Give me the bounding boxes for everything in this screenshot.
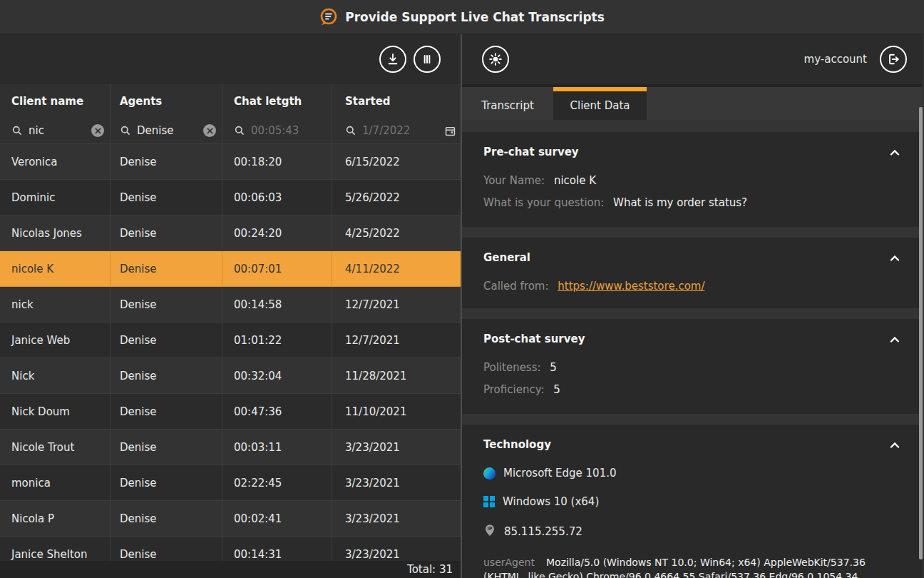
- close-icon: [207, 128, 213, 134]
- cell-started: 4/25/2022: [332, 216, 461, 251]
- cell-client-name: Nicolas Jones: [0, 216, 111, 251]
- table-row[interactable]: Janice Web Denise 01:01:22 12/7/2021: [0, 323, 461, 358]
- search-icon: [120, 125, 131, 136]
- cell-agent: Denise: [111, 501, 222, 537]
- table-row[interactable]: Janice Shelton Denise 00:14:31 3/23/2021: [0, 537, 461, 561]
- section-title: Pre-chat survey: [483, 146, 579, 158]
- cell-client-name: Nicola P: [0, 501, 111, 537]
- general-section: General Called from: https://www.beststo…: [462, 238, 923, 308]
- table-row[interactable]: Nicole Trout Denise 00:03:11 3/23/2021: [0, 430, 461, 465]
- clear-filter-button[interactable]: [91, 124, 104, 137]
- search-icon: [345, 125, 356, 136]
- agents-filter-input[interactable]: [137, 124, 203, 137]
- cell-chat-length: 00:24:20: [222, 216, 332, 251]
- cell-chat-length: 01:01:22: [222, 323, 332, 358]
- cell-agent: Denise: [111, 358, 222, 394]
- cell-started: 3/23/2021: [332, 537, 461, 561]
- column-header-chat-length[interactable]: Chat letgth: [222, 84, 332, 118]
- table-row[interactable]: Veronica Denise 00:18:20 6/15/2022: [0, 144, 461, 180]
- cell-started: 3/23/2021: [332, 501, 461, 537]
- cell-agent: Denise: [111, 144, 222, 180]
- field-proficiency: Proficiency: 5: [483, 383, 901, 396]
- called-from-link[interactable]: https://www.beststore.com/: [558, 280, 704, 293]
- cell-started: 3/23/2021: [332, 465, 461, 501]
- cell-agent: Denise: [111, 537, 222, 561]
- started-filter: [332, 118, 462, 143]
- cell-chat-length: 00:07:01: [222, 251, 332, 287]
- ip-info: IP 85.115.255.72: [483, 524, 901, 539]
- column-header-started[interactable]: Started: [332, 84, 462, 118]
- download-button[interactable]: [379, 46, 406, 73]
- agents-filter: [111, 118, 222, 143]
- cell-client-name: Janice Shelton: [0, 537, 111, 561]
- close-icon: [95, 128, 101, 134]
- transcripts-list-pane: Client name Agents Chat letgth Started: [0, 34, 462, 578]
- chat-length-filter-input[interactable]: [251, 124, 326, 137]
- cell-client-name: nick: [0, 287, 111, 323]
- client-data-content: Pre-chat survey Your Name: nicole K What…: [462, 120, 923, 578]
- cell-chat-length: 02:22:45: [222, 465, 332, 501]
- cell-client-name: nicole K: [0, 251, 111, 287]
- calendar-button[interactable]: [444, 125, 456, 137]
- table-row[interactable]: Nick Denise 00:32:04 11/28/2021: [0, 358, 461, 394]
- cell-agent: Denise: [111, 251, 222, 287]
- cell-started: 11/10/2021: [332, 394, 461, 430]
- table-row[interactable]: Nicolas Jones Denise 00:24:20 4/25/2022: [0, 216, 461, 251]
- cell-started: 11/28/2021: [332, 358, 461, 394]
- svg-text:IP: IP: [487, 526, 492, 532]
- pre-chat-survey-section: Pre-chat survey Your Name: nicole K What…: [462, 132, 923, 227]
- started-filter-input[interactable]: [362, 124, 444, 137]
- cell-chat-length: 00:06:03: [222, 180, 332, 216]
- columns-icon: [420, 52, 434, 66]
- cell-agent: Denise: [111, 287, 222, 323]
- ip-location-icon: IP: [483, 524, 496, 539]
- settings-button[interactable]: [482, 46, 509, 73]
- column-header-agents[interactable]: Agents: [111, 84, 222, 118]
- cell-started: 12/7/2021: [332, 287, 461, 323]
- cell-client-name: Nicole Trout: [0, 430, 111, 465]
- table-row[interactable]: monica Denise 02:22:45 3/23/2021: [0, 465, 461, 501]
- cell-client-name: Janice Web: [0, 323, 111, 358]
- edge-browser-icon: [483, 467, 496, 480]
- cell-agent: Denise: [111, 180, 222, 216]
- cell-started: 5/26/2022: [332, 180, 461, 216]
- section-title: Technology: [483, 438, 551, 451]
- clear-filter-button[interactable]: [203, 124, 216, 137]
- tab-transcript[interactable]: Transcript: [462, 87, 553, 120]
- cell-chat-length: 00:02:41: [222, 501, 332, 537]
- cell-client-name: Nick Doum: [0, 394, 111, 430]
- cell-agent: Denise: [111, 465, 222, 501]
- column-header-client-name[interactable]: Client name: [0, 84, 111, 118]
- table-row[interactable]: nicole K Denise 00:07:01 4/11/2022: [0, 251, 461, 287]
- cell-chat-length: 00:03:11: [222, 430, 332, 465]
- client-name-filter-input[interactable]: [29, 124, 91, 137]
- search-icon: [234, 125, 245, 136]
- total-bar: Total: 31: [0, 561, 461, 578]
- windows-icon: [483, 496, 495, 507]
- collapse-chevron-icon[interactable]: [888, 144, 901, 160]
- table-row[interactable]: Nicola P Denise 00:02:41 3/23/2021: [0, 501, 461, 537]
- logout-button[interactable]: [880, 46, 907, 73]
- user-agent: userAgentMozilla/5.0 (Windows NT 10.0; W…: [483, 555, 886, 578]
- collapse-chevron-icon[interactable]: [888, 437, 901, 452]
- collapse-chevron-icon[interactable]: [888, 250, 901, 265]
- cell-chat-length: 00:47:36: [222, 394, 332, 430]
- tab-client-data[interactable]: Client Data: [553, 87, 647, 120]
- cell-chat-length: 00:14:31: [222, 537, 332, 561]
- table-row[interactable]: nick Denise 00:14:58 12/7/2021: [0, 287, 461, 323]
- vertical-scrollbar[interactable]: [919, 107, 923, 559]
- table-body: Veronica Denise 00:18:20 6/15/2022 Domin…: [0, 144, 461, 561]
- technology-section: Technology Microsoft Edge 101.0 Windows …: [462, 425, 923, 578]
- cell-agent: Denise: [111, 323, 222, 358]
- details-tabbar: Transcript Client Data: [462, 87, 923, 120]
- columns-button[interactable]: [414, 46, 441, 73]
- post-chat-survey-section: Post-chat survey Politeness: 5 Proficien…: [462, 319, 923, 414]
- os-info: Windows 10 (x64): [483, 495, 901, 508]
- logout-icon: [886, 52, 900, 66]
- collapse-chevron-icon[interactable]: [888, 331, 901, 347]
- table-row[interactable]: Nick Doum Denise 00:47:36 11/10/2021: [0, 394, 461, 430]
- table-row[interactable]: Dominic Denise 00:06:03 5/26/2022: [0, 180, 461, 216]
- account-name[interactable]: my-account: [804, 53, 867, 66]
- field-question: What is your question: What is my order …: [483, 196, 901, 209]
- cell-chat-length: 00:14:58: [222, 287, 332, 323]
